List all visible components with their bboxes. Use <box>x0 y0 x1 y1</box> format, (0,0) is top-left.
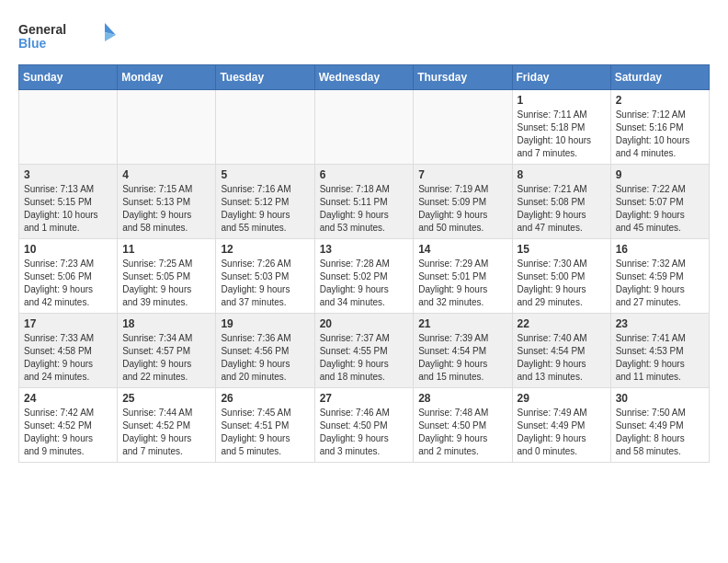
day-info: Sunrise: 7:13 AM Sunset: 5:15 PM Dayligh… <box>24 183 112 235</box>
calendar-cell: 30Sunrise: 7:50 AM Sunset: 4:49 PM Dayli… <box>610 388 709 463</box>
calendar-cell: 13Sunrise: 7:28 AM Sunset: 5:02 PM Dayli… <box>314 239 414 314</box>
calendar-cell: 15Sunrise: 7:30 AM Sunset: 5:00 PM Dayli… <box>512 239 610 314</box>
day-info: Sunrise: 7:18 AM Sunset: 5:11 PM Dayligh… <box>320 183 409 235</box>
day-info: Sunrise: 7:40 AM Sunset: 4:54 PM Dayligh… <box>518 332 606 384</box>
calendar-cell: 5Sunrise: 7:16 AM Sunset: 5:12 PM Daylig… <box>216 165 314 239</box>
day-number: 23 <box>616 317 704 330</box>
calendar-cell: 19Sunrise: 7:36 AM Sunset: 4:56 PM Dayli… <box>216 314 314 388</box>
day-info: Sunrise: 7:16 AM Sunset: 5:12 PM Dayligh… <box>221 183 309 235</box>
day-info: Sunrise: 7:42 AM Sunset: 4:52 PM Dayligh… <box>24 407 112 458</box>
calendar-cell: 1Sunrise: 7:11 AM Sunset: 5:18 PM Daylig… <box>512 90 610 165</box>
day-number: 16 <box>616 243 704 256</box>
day-number: 17 <box>24 317 112 330</box>
day-info: Sunrise: 7:36 AM Sunset: 4:56 PM Dayligh… <box>221 332 309 384</box>
logo: GeneralBlue <box>18 18 117 55</box>
day-info: Sunrise: 7:25 AM Sunset: 5:05 PM Dayligh… <box>122 258 210 309</box>
day-number: 19 <box>221 317 309 330</box>
day-info: Sunrise: 7:23 AM Sunset: 5:06 PM Dayligh… <box>24 258 112 309</box>
calendar-cell: 14Sunrise: 7:29 AM Sunset: 5:01 PM Dayli… <box>414 239 512 314</box>
weekday-header-thursday: Thursday <box>414 65 512 90</box>
calendar-cell: 16Sunrise: 7:32 AM Sunset: 4:59 PM Dayli… <box>610 239 709 314</box>
day-number: 28 <box>418 392 506 405</box>
day-info: Sunrise: 7:33 AM Sunset: 4:58 PM Dayligh… <box>24 332 112 384</box>
calendar-cell: 10Sunrise: 7:23 AM Sunset: 5:06 PM Dayli… <box>19 239 118 314</box>
day-info: Sunrise: 7:50 AM Sunset: 4:49 PM Dayligh… <box>616 407 704 458</box>
day-number: 12 <box>221 243 309 256</box>
calendar-cell: 8Sunrise: 7:21 AM Sunset: 5:08 PM Daylig… <box>512 165 610 239</box>
calendar-cell: 9Sunrise: 7:22 AM Sunset: 5:07 PM Daylig… <box>610 165 709 239</box>
day-number: 18 <box>122 317 210 330</box>
day-info: Sunrise: 7:32 AM Sunset: 4:59 PM Dayligh… <box>616 258 704 309</box>
day-info: Sunrise: 7:26 AM Sunset: 5:03 PM Dayligh… <box>221 258 309 309</box>
calendar-cell: 18Sunrise: 7:34 AM Sunset: 4:57 PM Dayli… <box>118 314 216 388</box>
calendar-cell: 25Sunrise: 7:44 AM Sunset: 4:52 PM Dayli… <box>118 388 216 463</box>
calendar-cell: 28Sunrise: 7:48 AM Sunset: 4:50 PM Dayli… <box>414 388 512 463</box>
day-info: Sunrise: 7:44 AM Sunset: 4:52 PM Dayligh… <box>122 407 210 458</box>
day-info: Sunrise: 7:21 AM Sunset: 5:08 PM Dayligh… <box>518 183 606 235</box>
day-number: 3 <box>24 168 112 181</box>
day-info: Sunrise: 7:49 AM Sunset: 4:49 PM Dayligh… <box>518 407 606 458</box>
day-info: Sunrise: 7:11 AM Sunset: 5:18 PM Dayligh… <box>518 109 606 160</box>
day-number: 2 <box>616 94 704 107</box>
day-number: 15 <box>518 243 606 256</box>
calendar-cell <box>314 90 414 165</box>
calendar-cell: 6Sunrise: 7:18 AM Sunset: 5:11 PM Daylig… <box>314 165 414 239</box>
calendar-cell: 23Sunrise: 7:41 AM Sunset: 4:53 PM Dayli… <box>610 314 709 388</box>
day-number: 5 <box>221 168 309 181</box>
day-number: 30 <box>616 392 704 405</box>
day-info: Sunrise: 7:45 AM Sunset: 4:51 PM Dayligh… <box>221 407 309 458</box>
page-header: GeneralBlue <box>18 18 710 55</box>
day-number: 29 <box>518 392 606 405</box>
calendar-cell: 21Sunrise: 7:39 AM Sunset: 4:54 PM Dayli… <box>414 314 512 388</box>
day-number: 1 <box>518 94 606 107</box>
day-number: 6 <box>320 168 409 181</box>
calendar-cell: 29Sunrise: 7:49 AM Sunset: 4:49 PM Dayli… <box>512 388 610 463</box>
calendar-cell: 4Sunrise: 7:15 AM Sunset: 5:13 PM Daylig… <box>118 165 216 239</box>
day-info: Sunrise: 7:19 AM Sunset: 5:09 PM Dayligh… <box>418 183 506 235</box>
calendar-cell <box>118 90 216 165</box>
calendar-cell <box>414 90 512 165</box>
day-info: Sunrise: 7:46 AM Sunset: 4:50 PM Dayligh… <box>320 407 409 458</box>
day-info: Sunrise: 7:29 AM Sunset: 5:01 PM Dayligh… <box>418 258 506 309</box>
weekday-header-monday: Monday <box>118 65 216 90</box>
calendar-cell: 7Sunrise: 7:19 AM Sunset: 5:09 PM Daylig… <box>414 165 512 239</box>
day-number: 26 <box>221 392 309 405</box>
weekday-header-sunday: Sunday <box>19 65 118 90</box>
day-number: 27 <box>320 392 409 405</box>
calendar-cell: 24Sunrise: 7:42 AM Sunset: 4:52 PM Dayli… <box>19 388 118 463</box>
day-info: Sunrise: 7:15 AM Sunset: 5:13 PM Dayligh… <box>122 183 210 235</box>
calendar-cell: 27Sunrise: 7:46 AM Sunset: 4:50 PM Dayli… <box>314 388 414 463</box>
day-info: Sunrise: 7:41 AM Sunset: 4:53 PM Dayligh… <box>616 332 704 384</box>
weekday-header-friday: Friday <box>512 65 610 90</box>
logo-blue: Blue <box>18 37 66 51</box>
day-number: 11 <box>122 243 210 256</box>
day-number: 4 <box>122 168 210 181</box>
logo-general: General <box>18 23 66 37</box>
weekday-header-tuesday: Tuesday <box>216 65 314 90</box>
calendar-cell: 17Sunrise: 7:33 AM Sunset: 4:58 PM Dayli… <box>19 314 118 388</box>
calendar-cell: 12Sunrise: 7:26 AM Sunset: 5:03 PM Dayli… <box>216 239 314 314</box>
calendar-cell <box>216 90 314 165</box>
calendar-cell: 3Sunrise: 7:13 AM Sunset: 5:15 PM Daylig… <box>19 165 118 239</box>
day-info: Sunrise: 7:22 AM Sunset: 5:07 PM Dayligh… <box>616 183 704 235</box>
calendar-cell: 11Sunrise: 7:25 AM Sunset: 5:05 PM Dayli… <box>118 239 216 314</box>
day-number: 13 <box>320 243 409 256</box>
day-info: Sunrise: 7:37 AM Sunset: 4:55 PM Dayligh… <box>320 332 409 384</box>
day-number: 25 <box>122 392 210 405</box>
weekday-header-wednesday: Wednesday <box>314 65 414 90</box>
weekday-header-row: SundayMondayTuesdayWednesdayThursdayFrid… <box>19 65 710 90</box>
logo-icon <box>75 18 117 55</box>
calendar-table: SundayMondayTuesdayWednesdayThursdayFrid… <box>18 64 710 463</box>
calendar-cell: 26Sunrise: 7:45 AM Sunset: 4:51 PM Dayli… <box>216 388 314 463</box>
day-info: Sunrise: 7:30 AM Sunset: 5:00 PM Dayligh… <box>518 258 606 309</box>
day-info: Sunrise: 7:12 AM Sunset: 5:16 PM Dayligh… <box>616 109 704 160</box>
day-number: 9 <box>616 168 704 181</box>
day-info: Sunrise: 7:28 AM Sunset: 5:02 PM Dayligh… <box>320 258 409 309</box>
day-number: 20 <box>320 317 409 330</box>
day-number: 8 <box>518 168 606 181</box>
weekday-header-saturday: Saturday <box>610 65 709 90</box>
calendar-cell: 22Sunrise: 7:40 AM Sunset: 4:54 PM Dayli… <box>512 314 610 388</box>
calendar-cell: 2Sunrise: 7:12 AM Sunset: 5:16 PM Daylig… <box>610 90 709 165</box>
day-number: 24 <box>24 392 112 405</box>
day-number: 14 <box>418 243 506 256</box>
